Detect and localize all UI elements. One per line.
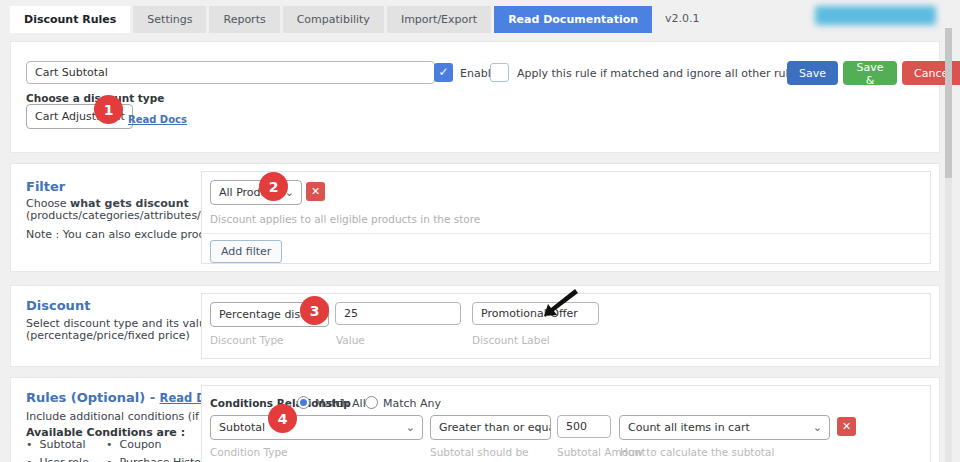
- read-docs-link[interactable]: Read Docs: [128, 114, 187, 125]
- step-badge-1: 1: [94, 95, 123, 124]
- product-filter-select[interactable]: All Products ⌄: [210, 180, 302, 205]
- apply-rule-label: Apply this rule if matched and ignore al…: [517, 67, 801, 80]
- rules-heading: Rules (Optional) - Read Docs: [26, 390, 227, 405]
- filter-helper-text: Discount applies to all eligible product…: [210, 213, 480, 225]
- step-badge-4: 4: [268, 404, 297, 433]
- match-all-radio[interactable]: [297, 396, 310, 409]
- chevron-down-icon: ⌄: [534, 416, 543, 439]
- bullet-icon: •: [26, 438, 33, 451]
- step-badge-3: 3: [300, 296, 329, 325]
- save-button[interactable]: Save: [787, 61, 838, 85]
- discount-type-field-label: Discount Type: [210, 334, 284, 346]
- version-label: v2.0.1: [665, 12, 700, 33]
- value-field-label: Value: [336, 334, 365, 346]
- discount-label-input[interactable]: [472, 302, 599, 325]
- discount-label-field-label: Discount Label: [472, 334, 550, 346]
- discount-heading: Discount: [26, 298, 90, 313]
- action-buttons: Save Save & Close Cancel: [787, 61, 960, 85]
- rules-card: Rules (Optional) - Read Docs Include add…: [10, 377, 940, 462]
- rules-heading-text: Rules (Optional) -: [26, 390, 160, 405]
- discount-desc-line2: (percentage/price/fixed price): [26, 329, 190, 342]
- bullet-icon: •: [26, 456, 33, 462]
- close-icon: ✕: [311, 185, 320, 198]
- condition-item-purchase-history: •Purchase History: [106, 456, 212, 462]
- filter-panel: All Products ⌄ 2 ✕ Discount applies to a…: [201, 171, 931, 264]
- calc-field-label: How to calculate the subtotal: [620, 446, 774, 458]
- scrollbar-thumb[interactable]: [945, 28, 952, 178]
- condition-item-user-role: •User role: [26, 456, 106, 462]
- tab-compatibility[interactable]: Compatibility: [283, 6, 384, 33]
- match-all-label: Match All: [315, 397, 366, 410]
- apply-rule-checkbox[interactable]: [490, 63, 509, 82]
- tab-settings[interactable]: Settings: [133, 6, 206, 33]
- calc-value: Count all items in cart: [628, 421, 750, 434]
- discount-rules-page: Discount Rules Settings Reports Compatib…: [0, 0, 960, 462]
- amount-input[interactable]: [557, 415, 611, 438]
- chevron-down-icon: ⌄: [813, 416, 822, 439]
- save-close-button[interactable]: Save & Close: [843, 61, 897, 85]
- match-any-label: Match Any: [383, 397, 441, 410]
- rule-title-input[interactable]: [26, 61, 435, 84]
- annotation-arrow-icon: [538, 289, 578, 319]
- rule-header-card: ✓ Enable? Apply this rule if matched and…: [10, 41, 940, 153]
- step-badge-2: 2: [259, 172, 288, 201]
- condition-type-value: Subtotal: [219, 421, 265, 434]
- bullet-icon: •: [106, 456, 113, 462]
- filter-card: Filter Choose what gets discount (produc…: [10, 163, 940, 272]
- condition-item-subtotal: •Subtotal: [26, 438, 106, 451]
- rules-panel: Conditions Relationship Match All Match …: [201, 385, 931, 462]
- tab-bar: Discount Rules Settings Reports Compatib…: [10, 6, 700, 33]
- redacted-banner: [815, 6, 936, 25]
- chevron-down-icon: ⌄: [406, 416, 415, 439]
- condition-item-coupon: •Coupon: [106, 438, 212, 451]
- enable-checkbox[interactable]: ✓: [434, 63, 453, 82]
- close-icon: ✕: [842, 420, 851, 433]
- discount-value-input[interactable]: [335, 302, 461, 325]
- check-icon: ✓: [438, 65, 448, 79]
- tab-reports[interactable]: Reports: [209, 6, 279, 33]
- available-conditions-list: •Subtotal •Coupon •User role •Purchase H…: [26, 438, 212, 462]
- tab-import-export[interactable]: Import/Export: [387, 6, 491, 33]
- remove-filter-button[interactable]: ✕: [306, 182, 325, 201]
- add-filter-button[interactable]: Add filter: [210, 240, 282, 263]
- vertical-scrollbar[interactable]: [945, 28, 952, 462]
- tab-read-documentation[interactable]: Read Documentation: [494, 6, 652, 33]
- match-any-radio[interactable]: [365, 396, 378, 409]
- bullet-icon: •: [106, 438, 113, 451]
- operator-select[interactable]: Greater than or equal ( >= ) ⌄: [430, 415, 551, 440]
- calc-select[interactable]: Count all items in cart ⌄: [619, 415, 830, 440]
- panel-divider: [202, 233, 930, 234]
- remove-condition-button[interactable]: ✕: [837, 417, 856, 436]
- condition-type-select[interactable]: Subtotal ⌄: [210, 415, 423, 440]
- operator-field-label: Subtotal should be: [430, 446, 529, 458]
- tab-discount-rules[interactable]: Discount Rules: [10, 6, 130, 33]
- discount-card: Discount Select discount type and its va…: [10, 285, 940, 367]
- filter-heading: Filter: [26, 179, 65, 194]
- condition-type-field-label: Condition Type: [210, 446, 288, 458]
